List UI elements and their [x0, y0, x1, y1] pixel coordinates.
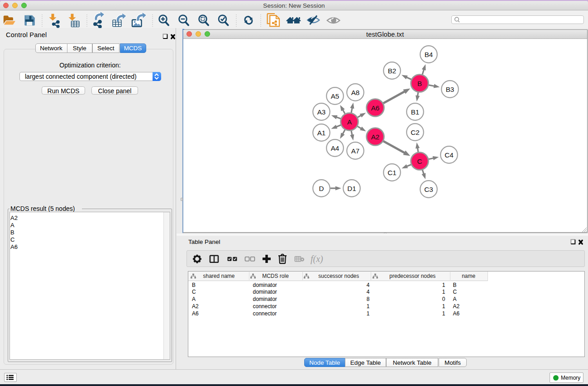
svg-text:f(x): f(x) — [311, 254, 323, 264]
svg-text:C4: C4 — [445, 151, 454, 159]
svg-text:D: D — [319, 185, 324, 192]
svg-text:D1: D1 — [347, 185, 356, 192]
svg-text:C3: C3 — [424, 186, 433, 193]
svg-text:A4: A4 — [331, 144, 339, 152]
svg-text:B4: B4 — [425, 51, 433, 58]
svg-text:B: B — [417, 80, 422, 87]
svg-text:C2: C2 — [411, 129, 420, 136]
svg-text:B3: B3 — [446, 86, 454, 93]
svg-text:A6: A6 — [371, 104, 380, 112]
svg-text:A5: A5 — [331, 92, 339, 100]
svg-text:A: A — [347, 118, 352, 126]
svg-text:A7: A7 — [351, 147, 360, 155]
svg-text:A8: A8 — [351, 89, 360, 96]
svg-text:C: C — [417, 157, 422, 165]
svg-text:B2: B2 — [388, 67, 397, 75]
svg-text:C1: C1 — [387, 169, 397, 176]
svg-text:A1: A1 — [317, 129, 326, 137]
svg-text:A3: A3 — [317, 108, 326, 116]
svg-text:B1: B1 — [411, 108, 420, 116]
svg-text:A2: A2 — [371, 133, 380, 141]
